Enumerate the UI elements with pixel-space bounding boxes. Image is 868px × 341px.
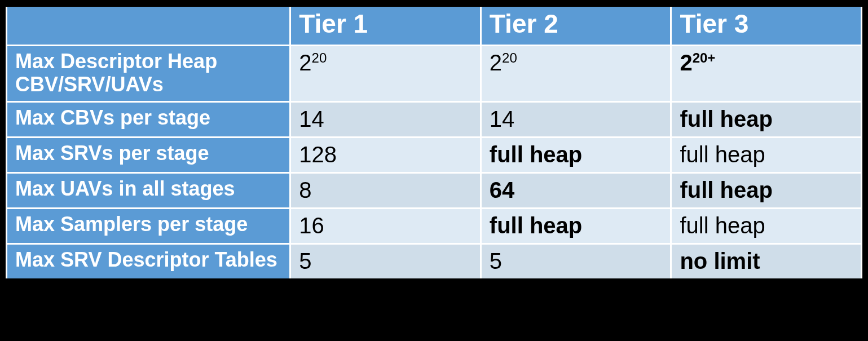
table-row: Max Samplers per stage 16 full heap full… <box>7 208 862 243</box>
table-row: Max Descriptor Heap CBV/SRV/UAVs 220 220… <box>7 45 862 101</box>
cell-r2-t2: full heap <box>481 137 671 172</box>
cell-r3-t1: 8 <box>290 172 481 208</box>
row-label-line2: CBV/SRV/UAVs <box>15 73 164 96</box>
row-label-line1: Max Descriptor Heap <box>15 50 217 73</box>
cell-r4-t2: full heap <box>481 208 671 243</box>
value-base: 2 <box>680 50 692 75</box>
cell-r2-t3: full heap <box>671 137 862 172</box>
value-exp: 20 <box>502 50 517 65</box>
cell-r1-t2: 14 <box>481 101 671 137</box>
cell-r2-t1: 128 <box>290 137 481 172</box>
cell-r1-t1: 14 <box>290 101 481 137</box>
value-base: 2 <box>490 50 502 75</box>
header-tier2: Tier 2 <box>481 6 671 45</box>
cell-r5-t3: no limit <box>671 243 862 280</box>
header-blank <box>7 6 290 45</box>
row-label-cbv: Max CBVs per stage <box>7 101 290 137</box>
cell-r5-t1: 5 <box>290 243 481 280</box>
value-base: 2 <box>299 50 311 75</box>
table-container: Tier 1 Tier 2 Tier 3 Max Descriptor Heap… <box>0 0 868 341</box>
cell-r5-t2: 5 <box>481 243 671 280</box>
value-exp: 20+ <box>693 50 716 65</box>
cell-r4-t3: full heap <box>671 208 862 243</box>
table-row: Max UAVs in all stages 8 64 full heap <box>7 172 862 208</box>
resource-binding-tier-table: Tier 1 Tier 2 Tier 3 Max Descriptor Heap… <box>6 5 862 281</box>
header-row: Tier 1 Tier 2 Tier 3 <box>7 6 862 45</box>
header-tier3: Tier 3 <box>671 6 862 45</box>
row-label-sampler: Max Samplers per stage <box>7 208 290 243</box>
table-row: Max SRVs per stage 128 full heap full he… <box>7 137 862 172</box>
cell-r0-t3: 220+ <box>671 45 862 101</box>
row-label-srv: Max SRVs per stage <box>7 137 290 172</box>
header-tier1: Tier 1 <box>290 6 481 45</box>
row-label-srv-tables: Max SRV Descriptor Tables <box>7 243 290 280</box>
cell-r4-t1: 16 <box>290 208 481 243</box>
row-label-uav: Max UAVs in all stages <box>7 172 290 208</box>
cell-r0-t1: 220 <box>290 45 481 101</box>
table-row: Max SRV Descriptor Tables 5 5 no limit <box>7 243 862 280</box>
table-row: Max CBVs per stage 14 14 full heap <box>7 101 862 137</box>
cell-r0-t2: 220 <box>481 45 671 101</box>
cell-r3-t2: 64 <box>481 172 671 208</box>
row-label-desc-heap: Max Descriptor Heap CBV/SRV/UAVs <box>7 45 290 101</box>
cell-r1-t3: full heap <box>671 101 862 137</box>
value-exp: 20 <box>312 50 327 65</box>
cell-r3-t3: full heap <box>671 172 862 208</box>
